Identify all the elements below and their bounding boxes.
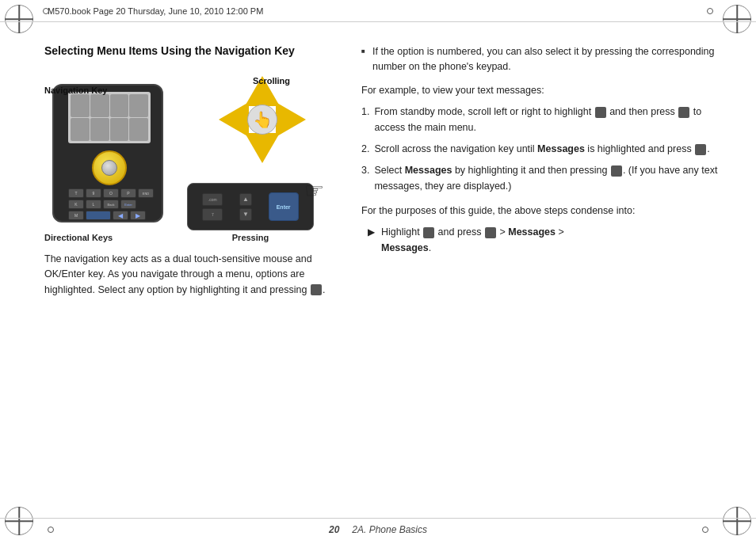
step-3-bold: Messages	[405, 165, 452, 176]
step-3-num: 3.	[361, 163, 369, 194]
header-dot-right	[707, 8, 713, 14]
footer-dot-right	[702, 527, 708, 533]
step-3-text: Select Messages by highlighting it and t…	[374, 163, 718, 194]
step-1-text: From standby mode, scroll left or right …	[374, 105, 718, 135]
step-3: 3. Select Messages by highlighting it an…	[361, 163, 718, 194]
step-1-icon1	[595, 107, 606, 118]
label-scrolling: Scrolling	[253, 76, 290, 86]
pressing-keys-mid: ▲ ▼	[239, 193, 252, 221]
screen-icon-4	[129, 94, 148, 117]
bullet-intro-text: If the option is numbered, you can also …	[372, 46, 715, 72]
screen-icon-3	[110, 94, 129, 117]
highlight-icon1	[423, 227, 434, 238]
nav-arrows-diagram: 👆	[219, 76, 306, 163]
pressing-hand: ☞	[304, 177, 324, 203]
hand-center: 👆	[247, 105, 277, 135]
screen-icon-8	[129, 118, 148, 141]
step-2-num: 2.	[361, 142, 369, 157]
footer-page-info: 20 2A. Phone Basics	[329, 524, 427, 535]
press-enter-key: Enter	[269, 192, 299, 221]
arrow-right	[276, 102, 306, 137]
screen-icon-2	[90, 94, 109, 117]
nav-key	[92, 150, 127, 185]
label-pressing: Pressing	[232, 233, 269, 242]
pressing-device: .com 7 ▲ ▼ Enter ☞	[187, 183, 314, 230]
header-bar: M570.book Page 20 Thursday, June 10, 201…	[0, 0, 756, 22]
screen-icon-7	[110, 118, 129, 141]
highlight-and-press: and press	[438, 226, 484, 238]
label-directional-keys: Directional Keys	[44, 233, 113, 242]
condense-text: For the purposes of this guide, the abov…	[361, 203, 718, 219]
step-2-icon	[695, 144, 706, 155]
inline-icon-ok	[311, 284, 322, 295]
bullet-arrow-icon: ▶	[368, 225, 375, 256]
left-column: Selecting Menu Items Using the Navigatio…	[0, 22, 349, 518]
steps-list: 1. From standby mode, scroll left or rig…	[361, 105, 718, 194]
highlight-bullet: ▶ Highlight and press > Messages > Messa…	[361, 225, 718, 256]
footer-dot-left	[48, 527, 54, 533]
pressing-keys-left: .com 7	[202, 193, 223, 221]
step-1-icon2	[678, 107, 689, 118]
description-text: The navigation key acts as a dual touch-…	[44, 252, 330, 298]
step-1: 1. From standby mode, scroll left or rig…	[361, 105, 718, 135]
right-column: If the option is numbered, you can also …	[349, 22, 756, 518]
highlight-content: Highlight and press > Messages > Message…	[381, 225, 564, 256]
highlight-messages-bold1: Messages	[508, 226, 556, 238]
bullet-intro: If the option is numbered, you can also …	[361, 44, 718, 75]
arrow-left	[219, 102, 249, 137]
highlight-messages1: > Messages >	[499, 226, 563, 238]
label-nav-key: Navigation Key	[44, 86, 107, 95]
description-span: The navigation key acts as a dual touch-…	[44, 253, 312, 295]
highlight-messages-bold2: Messages	[381, 242, 429, 253]
footer-bar: 20 2A. Phone Basics	[0, 518, 756, 540]
step-2: 2. Scroll across the navigation key unti…	[361, 142, 718, 157]
press-key-down: ▼	[239, 208, 252, 221]
highlight-icon2	[485, 227, 496, 238]
section-title: Selecting Menu Items Using the Navigatio…	[44, 44, 330, 57]
nav-key-center	[101, 160, 117, 176]
step-2-text: Scroll across the navigation key until M…	[374, 142, 718, 157]
header-dot-left	[43, 8, 49, 14]
page-number: 20	[329, 524, 339, 535]
screen-icon-5	[71, 118, 90, 141]
main-content: Selecting Menu Items Using the Navigatio…	[0, 22, 756, 518]
example-intro: For example, to view your text messages:	[361, 83, 718, 98]
press-key-com: .com	[202, 193, 223, 206]
step-3-icon	[611, 165, 622, 177]
arrow-container: 👆	[219, 76, 306, 163]
header-text: M570.book Page 20 Thursday, June 10, 201…	[48, 6, 263, 16]
step-1-num: 1.	[361, 105, 369, 135]
screen-icon-6	[90, 118, 109, 141]
screen-icon-1	[71, 94, 90, 117]
bottom-diagrams-row: Directional Keys .com 7 ▲ ▼ Enter	[44, 183, 314, 242]
section-label: 2A. Phone Basics	[352, 524, 427, 535]
step-2-bold: Messages	[537, 143, 585, 154]
phone-screen	[68, 92, 151, 143]
press-key-7: 7	[202, 208, 223, 221]
diagram-area: T 9 O P END K L Back Enter	[44, 68, 314, 242]
arrow-down	[245, 133, 280, 163]
press-key-up: ▲	[239, 193, 252, 206]
highlight-label: Highlight	[381, 226, 420, 238]
pressing-diagram: .com 7 ▲ ▼ Enter ☞ Pressing	[187, 183, 314, 242]
